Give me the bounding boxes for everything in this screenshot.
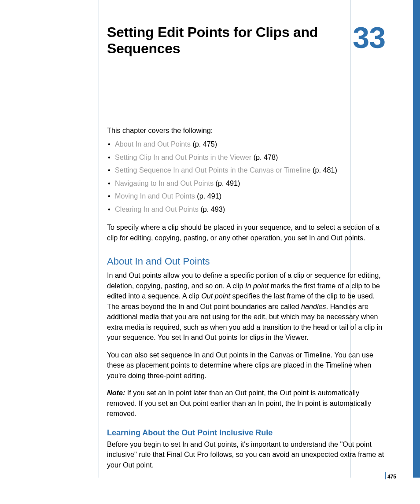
toc-item: About In and Out Points (p. 475) [107, 139, 385, 149]
toc-item: Navigating to In and Out Points (p. 491) [107, 178, 385, 188]
toc-link[interactable]: Moving In and Out Points [115, 192, 195, 200]
chapter-header: Setting Edit Points for Clips and Sequen… [107, 24, 385, 57]
toc-page: (p. 493) [200, 205, 225, 213]
page-number-rule [385, 472, 386, 479]
body-paragraph: Before you begin to set In and Out point… [107, 439, 385, 470]
toc-item: Setting Sequence In and Out Points in th… [107, 165, 385, 175]
section-heading: About In and Out Points [107, 254, 385, 269]
toc-list: About In and Out Points (p. 475) Setting… [107, 139, 385, 214]
toc-page: (p. 475) [192, 140, 217, 148]
note-label: Note: [107, 389, 127, 397]
toc-page: (p. 481) [313, 166, 337, 174]
toc-link[interactable]: Clearing In and Out Points [115, 205, 199, 213]
toc-link[interactable]: About In and Out Points [115, 140, 191, 148]
toc-link[interactable]: Setting Clip In and Out Points in the Vi… [115, 153, 251, 161]
toc-item: Setting Clip In and Out Points in the Vi… [107, 152, 385, 162]
toc-link[interactable]: Setting Sequence In and Out Points in th… [115, 166, 311, 174]
toc-link[interactable]: Navigating to In and Out Points [115, 179, 214, 187]
term-out-point: Out point [201, 292, 230, 300]
toc-item: Clearing In and Out Points (p. 493) [107, 204, 385, 214]
intro-line: This chapter covers the following: [107, 125, 385, 136]
page-number: 475 [387, 474, 396, 480]
lead-paragraph: To specify where a clip should be placed… [107, 222, 385, 243]
subsection-heading: Learning About the Out Point Inclusive R… [107, 427, 385, 438]
note-text: If you set an In point later than an Out… [107, 389, 371, 417]
body-paragraph: You can also set sequence In and Out poi… [107, 350, 385, 381]
term-handles: handles [301, 302, 326, 310]
toc-item: Moving In and Out Points (p. 491) [107, 191, 385, 201]
note-paragraph: Note: If you set an In point later than … [107, 388, 385, 419]
body-paragraph: In and Out points allow you to define a … [107, 270, 385, 342]
content-area: This chapter covers the following: About… [107, 125, 385, 477]
side-accent-bar [413, 0, 420, 478]
document-page: Setting Edit Points for Clips and Sequen… [0, 0, 420, 504]
term-in-point: In point [245, 282, 269, 290]
toc-page: (p. 478) [254, 153, 278, 161]
toc-page: (p. 491) [216, 179, 240, 187]
margin-rule-inner [99, 0, 99, 478]
toc-page: (p. 491) [197, 192, 221, 200]
chapter-number: 33 [353, 24, 385, 51]
chapter-title: Setting Edit Points for Clips and Sequen… [107, 24, 318, 57]
